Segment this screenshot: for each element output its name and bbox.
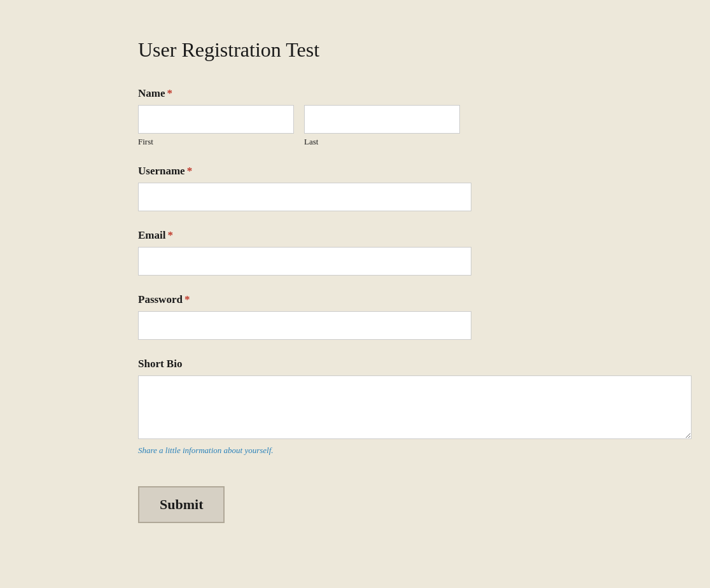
last-name-wrap: Last xyxy=(304,105,460,147)
name-field-group: Name* First Last xyxy=(138,87,573,147)
submit-button[interactable]: Submit xyxy=(138,486,225,523)
username-required-star: * xyxy=(187,165,193,177)
name-required-star: * xyxy=(167,87,172,99)
password-field-group: Password* xyxy=(138,293,573,340)
password-required-star: * xyxy=(184,293,190,305)
first-sub-label: First xyxy=(138,137,294,147)
first-name-wrap: First xyxy=(138,105,294,147)
email-field-group: Email* xyxy=(138,229,573,276)
name-label: Name* xyxy=(138,87,573,100)
page-container: User Registration Test Name* First Last xyxy=(0,0,573,561)
bio-hint: Share a little information about yoursel… xyxy=(138,445,573,456)
page-title: User Registration Test xyxy=(138,38,573,62)
password-label: Password* xyxy=(138,293,573,306)
email-input[interactable] xyxy=(138,247,471,276)
first-name-input[interactable] xyxy=(138,105,294,134)
last-sub-label: Last xyxy=(304,137,460,147)
password-input[interactable] xyxy=(138,311,471,340)
last-name-input[interactable] xyxy=(304,105,460,134)
name-row: First Last xyxy=(138,105,573,147)
email-required-star: * xyxy=(167,229,173,241)
username-input[interactable] xyxy=(138,183,471,211)
registration-form: Name* First Last Username* xyxy=(138,87,573,523)
username-label: Username* xyxy=(138,165,573,178)
bio-field-group: Short Bio Share a little information abo… xyxy=(138,358,573,456)
username-field-group: Username* xyxy=(138,165,573,211)
email-label: Email* xyxy=(138,229,573,242)
bio-label: Short Bio xyxy=(138,358,573,370)
bio-textarea[interactable] xyxy=(138,375,692,439)
